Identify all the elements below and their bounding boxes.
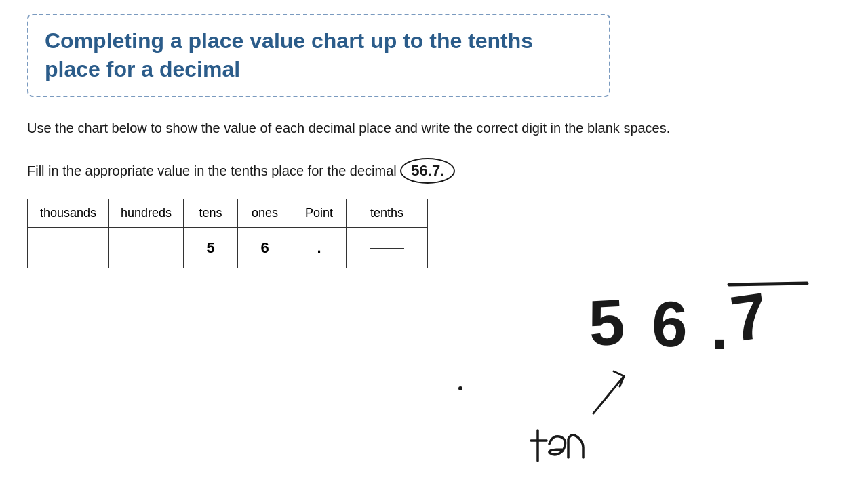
place-value-table: thousands hundreds tens ones Point tenth… — [27, 199, 428, 268]
tenths-blank — [370, 248, 404, 249]
fill-instruction: Fill in the appropriate value in the ten… — [27, 158, 841, 184]
svg-text:5: 5 — [587, 285, 626, 359]
svg-point-8 — [458, 386, 462, 390]
header-tenths: tenths — [347, 199, 428, 228]
cell-tenths — [347, 228, 428, 268]
header-hundreds: hundreds — [109, 199, 184, 228]
header-ones: ones — [238, 199, 292, 228]
cell-point: . — [292, 228, 347, 268]
svg-line-4 — [729, 283, 807, 285]
cell-tens: 5 — [184, 228, 238, 268]
title-box: Completing a place value chart up to the… — [27, 14, 610, 97]
header-tens: tens — [184, 199, 238, 228]
instruction-paragraph: Use the chart below to show the value of… — [27, 117, 739, 139]
circled-decimal: 56.7. — [400, 158, 455, 184]
svg-text:6: 6 — [650, 287, 689, 361]
svg-line-5 — [593, 376, 624, 413]
cell-hundreds — [109, 228, 184, 268]
svg-text:.: . — [711, 291, 728, 363]
svg-text:7: 7 — [726, 279, 772, 354]
header-thousands: thousands — [28, 199, 109, 228]
header-point: Point — [292, 199, 347, 228]
cell-thousands — [28, 228, 109, 268]
cell-ones: 6 — [238, 228, 292, 268]
page-title: Completing a place value chart up to the… — [45, 27, 593, 83]
fill-instruction-text: Fill in the appropriate value in the ten… — [27, 163, 397, 178]
